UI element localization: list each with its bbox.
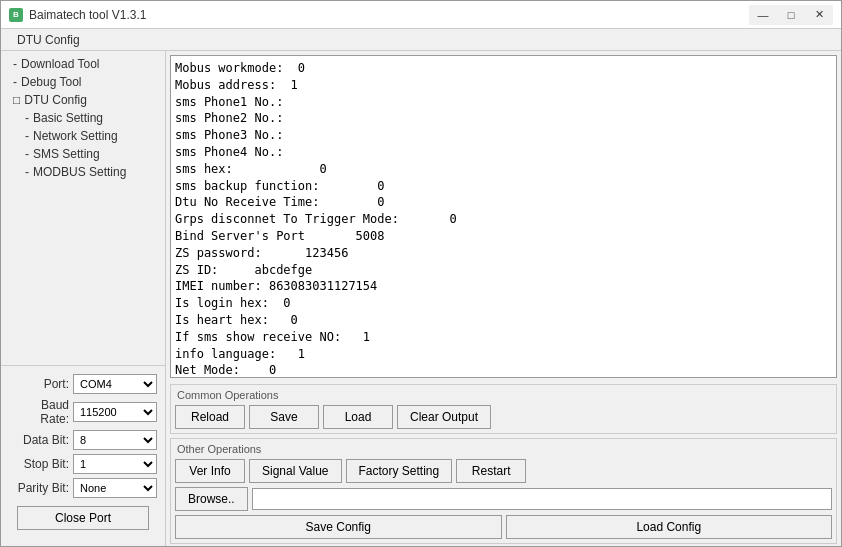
dash-icon-5: -	[25, 147, 29, 161]
sidebar-content: - Download Tool - Debug Tool □ DTU Confi…	[1, 55, 165, 542]
other-operations: Other Operations Ver Info Signal Value F…	[170, 438, 837, 544]
save-load-row: Save Config Load Config	[175, 515, 832, 539]
parity-row: Parity Bit: None	[9, 478, 157, 498]
load-button[interactable]: Load	[323, 405, 393, 429]
log-line-12: ZS ID: abcdefge	[175, 262, 832, 279]
log-line-2: sms Phone1 No.:	[175, 94, 832, 111]
common-ops-row: Reload Save Load Clear Output	[175, 405, 832, 429]
title-buttons: — □ ✕	[749, 5, 833, 25]
log-line-0: Mobus workmode: 0	[175, 60, 832, 77]
window-title: Baimatech tool V1.3.1	[29, 8, 146, 22]
common-operations: Common Operations Reload Save Load Clear…	[170, 384, 837, 434]
sidebar-item-network-setting[interactable]: - Network Setting	[1, 127, 165, 145]
close-port-button[interactable]: Close Port	[17, 506, 149, 530]
log-line-14: Is login hex: 0	[175, 295, 832, 312]
title-bar-left: B Baimatech tool V1.3.1	[9, 8, 146, 22]
port-row: Port: COM4	[9, 374, 157, 394]
browse-row: Browse..	[175, 487, 832, 511]
app-icon: B	[9, 8, 23, 22]
dash-icon-4: -	[25, 129, 29, 143]
dash-icon: -	[13, 57, 17, 71]
sidebar: - Download Tool - Debug Tool □ DTU Confi…	[1, 51, 166, 546]
log-line-7: sms backup function: 0	[175, 178, 832, 195]
baud-row: Baud Rate: 115200	[9, 398, 157, 426]
port-label: Port:	[9, 377, 69, 391]
browse-button[interactable]: Browse..	[175, 487, 248, 511]
sidebar-item-modbus-setting[interactable]: - MODBUS Setting	[1, 163, 165, 181]
log-line-13: IMEI number: 863083031127154	[175, 278, 832, 295]
main-window: B Baimatech tool V1.3.1 — □ ✕ DTU Config…	[0, 0, 842, 547]
right-panel: Mobus workmode: 0 Mobus address: 1 sms P…	[166, 51, 841, 546]
baud-label: Baud Rate:	[9, 398, 69, 426]
data-bit-select[interactable]: 8	[73, 430, 157, 450]
common-ops-title: Common Operations	[175, 389, 832, 401]
sidebar-item-download-tool[interactable]: - Download Tool	[1, 55, 165, 73]
save-button[interactable]: Save	[249, 405, 319, 429]
log-line-9: Grps disconnet To Trigger Mode: 0	[175, 211, 832, 228]
factory-setting-button[interactable]: Factory Setting	[346, 459, 453, 483]
minimize-button[interactable]: —	[749, 5, 777, 25]
log-line-4: sms Phone3 No.:	[175, 127, 832, 144]
menu-bar: DTU Config	[1, 29, 841, 51]
expand-icon: □	[13, 93, 20, 107]
parity-select[interactable]: None	[73, 478, 157, 498]
main-content: - Download Tool - Debug Tool □ DTU Confi…	[1, 51, 841, 546]
sidebar-item-debug-tool[interactable]: - Debug Tool	[1, 73, 165, 91]
dash-icon-6: -	[25, 165, 29, 179]
sidebar-item-sms-setting[interactable]: - SMS Setting	[1, 145, 165, 163]
port-select[interactable]: COM4	[73, 374, 157, 394]
title-bar: B Baimatech tool V1.3.1 — □ ✕	[1, 1, 841, 29]
other-ops-row: Ver Info Signal Value Factory Setting Re…	[175, 459, 832, 483]
log-line-17: info language: 1	[175, 346, 832, 363]
sidebar-item-basic-setting[interactable]: - Basic Setting	[1, 109, 165, 127]
ver-info-button[interactable]: Ver Info	[175, 459, 245, 483]
clear-output-button[interactable]: Clear Output	[397, 405, 491, 429]
log-line-16: If sms show receive NO: 1	[175, 329, 832, 346]
sidebar-nav: - Download Tool - Debug Tool □ DTU Confi…	[1, 55, 165, 365]
parity-label: Parity Bit:	[9, 481, 69, 495]
data-bit-label: Data Bit:	[9, 433, 69, 447]
save-config-button[interactable]: Save Config	[175, 515, 502, 539]
log-line-6: sms hex: 0	[175, 161, 832, 178]
log-line-10: Bind Server's Port 5008	[175, 228, 832, 245]
log-line-1: Mobus address: 1	[175, 77, 832, 94]
stop-bit-row: Stop Bit: 1	[9, 454, 157, 474]
log-line-15: Is heart hex: 0	[175, 312, 832, 329]
load-config-button[interactable]: Load Config	[506, 515, 833, 539]
data-bit-row: Data Bit: 8	[9, 430, 157, 450]
restart-button[interactable]: Restart	[456, 459, 526, 483]
port-controls: Port: COM4 Baud Rate: 115200 Data Bit:	[1, 365, 165, 542]
log-line-5: sms Phone4 No.:	[175, 144, 832, 161]
maximize-button[interactable]: □	[777, 5, 805, 25]
other-ops-title: Other Operations	[175, 443, 832, 455]
log-line-8: Dtu No Receive Time: 0	[175, 194, 832, 211]
log-line-18: Net Mode: 0	[175, 362, 832, 378]
dash-icon-2: -	[13, 75, 17, 89]
log-line-3: sms Phone2 No.:	[175, 110, 832, 127]
baud-select[interactable]: 115200	[73, 402, 157, 422]
stop-bit-label: Stop Bit:	[9, 457, 69, 471]
dash-icon-3: -	[25, 111, 29, 125]
log-line-11: ZS password: 123456	[175, 245, 832, 262]
log-area[interactable]: Mobus workmode: 0 Mobus address: 1 sms P…	[170, 55, 837, 378]
reload-button[interactable]: Reload	[175, 405, 245, 429]
close-button[interactable]: ✕	[805, 5, 833, 25]
menu-dtu-config[interactable]: DTU Config	[9, 31, 88, 49]
stop-bit-select[interactable]: 1	[73, 454, 157, 474]
signal-value-button[interactable]: Signal Value	[249, 459, 342, 483]
browse-input[interactable]	[252, 488, 832, 510]
sidebar-item-dtu-config[interactable]: □ DTU Config	[1, 91, 165, 109]
